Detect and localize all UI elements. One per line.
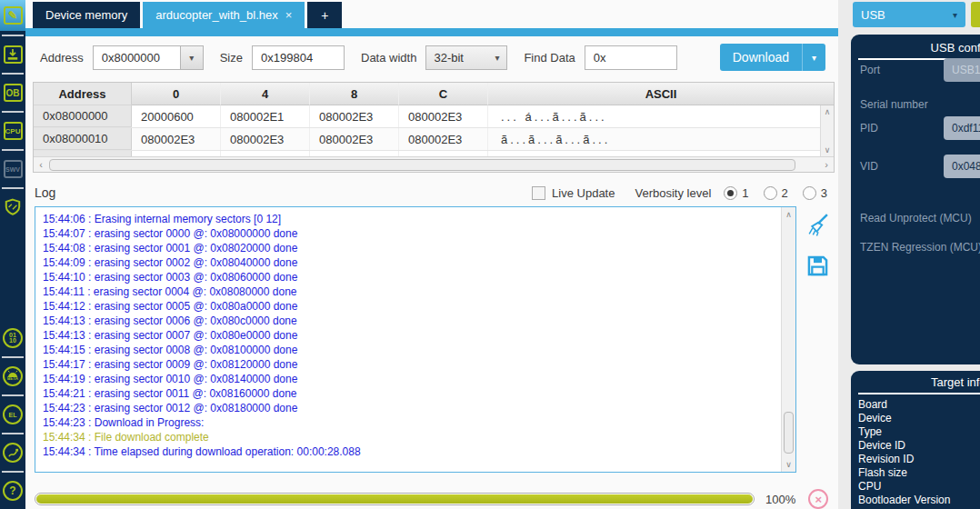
target-info-item: Type (858, 425, 980, 439)
data-width-value: 32-bit (434, 51, 464, 65)
target-info-item: Device ID (858, 439, 980, 453)
data-width-select[interactable]: 32-bit ▾ (425, 45, 507, 70)
cancel-operation-button[interactable]: × (808, 489, 828, 509)
log-controls: Live Update Verbosity level 1 2 3 (532, 186, 827, 200)
value-cell[interactable]: 080002E3 (310, 128, 399, 150)
active-tab-accent-bar (25, 28, 838, 36)
connect-button[interactable] (971, 2, 980, 27)
connection-type-select[interactable]: USB ▾ (853, 2, 965, 27)
size-input[interactable] (252, 45, 345, 70)
download-button[interactable]: Download ▾ (720, 44, 825, 71)
target-info-item: Bootloader Version (858, 494, 980, 507)
address-cell[interactable]: 0x08000000 (34, 105, 132, 127)
read-unprotect-label: Read Unprotect (MCU) (860, 212, 972, 225)
address-combo: ▾ (93, 45, 204, 70)
sidebar-separator (2, 149, 24, 151)
sidebar-item-android-beta[interactable]: BETA (0, 362, 25, 391)
sidebar-item-security[interactable] (0, 193, 25, 222)
external-loader-icon: EL (3, 404, 23, 424)
verbosity-radio-1[interactable] (724, 186, 737, 200)
hscroll-thumb[interactable] (49, 159, 795, 171)
download-dropdown-button[interactable]: ▾ (802, 44, 825, 71)
value-cell[interactable]: 080002E3 (310, 105, 399, 127)
close-tab-icon[interactable]: × (285, 8, 293, 22)
log-line: 15:44:13 : erasing sector 0006 @: 0x080c… (43, 314, 775, 328)
tab-label: Device memory (45, 8, 127, 22)
memory-table-horizontal-scrollbar[interactable]: ‹ › (34, 156, 834, 172)
log-line: 15:44:21 : erasing sector 0011 @: 0x0816… (43, 386, 775, 401)
tab-add-button[interactable]: + (307, 2, 342, 28)
log-line: 15:44:23 : erasing sector 0012 @: 0x0818… (43, 401, 775, 415)
sidebar-item-external-loader[interactable]: EL (0, 400, 25, 429)
log-output[interactable]: 15:44:06 : Erasing internal memory secto… (35, 206, 796, 473)
sidebar-item-erasing-programming[interactable] (0, 40, 25, 69)
sidebar-item-help[interactable]: ? (0, 476, 25, 505)
table-row: 0x08000010080002E3080002E3080002E3080002… (34, 128, 834, 151)
address-cell[interactable]: 0x08000010 (34, 128, 132, 150)
scroll-left-icon[interactable]: ‹ (34, 159, 48, 170)
log-vertical-scrollbar[interactable]: ∧ ∨ (781, 207, 795, 472)
ascii-cell: ã...ã...ã...ã (488, 151, 834, 156)
cancel-x-icon: × (815, 493, 822, 506)
scroll-right-icon[interactable]: › (819, 159, 834, 170)
value-cell[interactable]: 080002E3 (132, 128, 221, 150)
port-label: Port (860, 64, 880, 76)
sidebar-item-swv[interactable]: SWV (0, 155, 25, 184)
column-header-0: 0 (132, 83, 221, 105)
help-icon: ? (3, 481, 23, 501)
scroll-up-icon[interactable]: ∧ (782, 210, 795, 219)
log-line: 15:44:34 : Time elapsed during download … (43, 444, 775, 459)
sidebar-item-option-bytes[interactable]: OB (0, 78, 25, 107)
hscroll-track[interactable] (48, 158, 819, 172)
verbosity-radio-2[interactable] (764, 186, 777, 200)
vid-value: 0x0483 (952, 160, 980, 173)
memory-table-rows: 0x0800000020000600080002E1080002E3080002… (34, 105, 834, 156)
port-select[interactable]: USB1 (944, 58, 980, 82)
sidebar-separator (2, 111, 24, 113)
sidebar-item-memory-file-edition[interactable]: ✎ (0, 0, 25, 31)
tab-label: arducopter_with_bl.hex (155, 8, 277, 22)
verbosity-radio-3[interactable] (803, 186, 816, 200)
table-row: 0x0800000020000600080002E1080002E3080002… (34, 105, 834, 128)
address-dropdown-button[interactable]: ▾ (180, 45, 204, 70)
progress-bar (35, 493, 755, 505)
live-update-checkbox[interactable] (532, 186, 545, 200)
clear-log-button[interactable] (805, 213, 833, 237)
log-scroll-thumb[interactable] (784, 412, 794, 454)
vid-field[interactable]: 0x0483 (944, 155, 980, 178)
address-cell[interactable]: 0x08000020 (34, 151, 132, 156)
tab-device-memory[interactable]: Device memory (33, 2, 140, 28)
tab-file-arducopter[interactable]: arducopter_with_bl.hex × (143, 2, 305, 28)
value-cell[interactable]: 080002E3 (221, 128, 310, 150)
value-cell[interactable]: 080002E3 (399, 128, 488, 150)
sidebar-item-probe[interactable] (0, 438, 25, 467)
find-data-input[interactable] (585, 45, 677, 70)
value-cell[interactable]: 080002E3 (221, 151, 310, 156)
sidebar-separator (2, 35, 24, 36)
usb-configuration-panel: USB configuration Port USB1 Serial numbe… (851, 35, 980, 364)
tab-bar: Device memory arducopter_with_bl.hex × + (33, 2, 342, 28)
left-sidebar: ✎ OB CPU SWV (0, 0, 25, 509)
sidebar-item-cpu-core[interactable]: CPU (0, 116, 25, 145)
scroll-up-icon[interactable]: ∧ (825, 107, 831, 116)
memory-table-vertical-scrollbar[interactable]: ∧ ∨ (820, 105, 834, 156)
value-cell[interactable]: 080002E3 (399, 105, 488, 127)
pid-field[interactable]: 0xdf11 (944, 116, 980, 140)
swv-icon: SWV (4, 160, 23, 178)
scroll-down-icon[interactable]: ∨ (825, 145, 831, 155)
save-log-button[interactable] (805, 254, 833, 278)
progress-bar-fill (36, 494, 753, 504)
value-cell[interactable]: 20000600 (132, 105, 221, 127)
log-lines: 15:44:06 : Erasing internal memory secto… (43, 212, 775, 459)
sidebar-item-binary-utilities[interactable]: 01 10 (0, 324, 25, 353)
column-header-address: Address (34, 83, 132, 105)
sidebar-separator (2, 187, 24, 189)
address-input[interactable] (93, 45, 180, 70)
log-line: 15:44:10 : erasing sector 0003 @: 0x0806… (43, 270, 775, 284)
value-cell[interactable]: 080002E3 (132, 151, 221, 156)
value-cell[interactable]: 080002E1 (221, 105, 310, 127)
value-cell[interactable]: 080002E1 (399, 151, 488, 156)
value-cell[interactable]: 080002E3 (310, 151, 399, 156)
binary-icon: 01 10 (3, 328, 23, 348)
scroll-down-icon[interactable]: ∨ (782, 460, 795, 469)
